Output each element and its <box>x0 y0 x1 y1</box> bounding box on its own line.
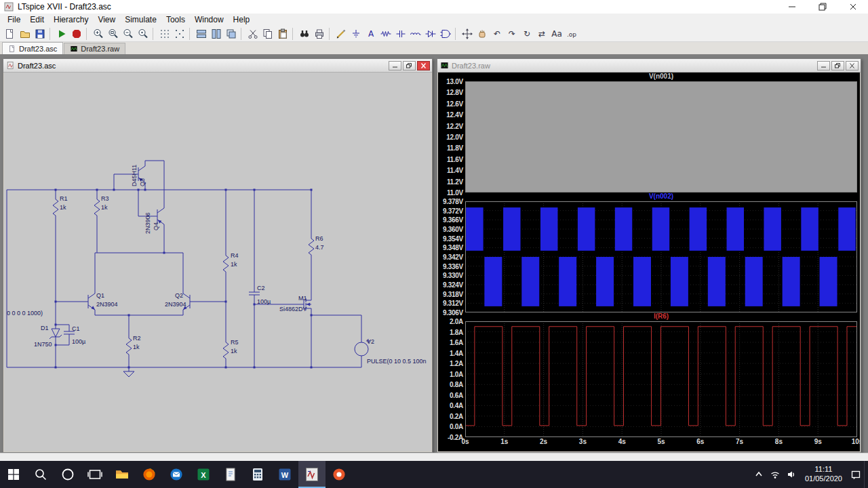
waveform-viewer[interactable]: V(n001)13.0V12.8V12.6V12.4V12.2V12.0V11.… <box>438 73 860 451</box>
taskbar-firefox[interactable] <box>136 461 163 488</box>
find[interactable] <box>297 26 312 41</box>
component-Q2-value[interactable]: 2N3904 <box>165 301 186 308</box>
new-schematic[interactable] <box>3 26 18 41</box>
waveform-window-titlebar[interactable]: Draft23.raw <box>437 59 861 73</box>
taskbar-calculator[interactable] <box>244 461 271 488</box>
tile-horizontal[interactable] <box>194 26 209 41</box>
action-center[interactable] <box>848 461 864 488</box>
component-V2-value[interactable]: PULSE(0 10 0.5 100n <box>367 358 427 365</box>
place-resistor[interactable] <box>378 26 393 41</box>
tray-volume[interactable] <box>783 461 800 488</box>
taskbar-mail[interactable] <box>163 461 190 488</box>
schematic-window-titlebar[interactable]: Draft23.asc <box>3 59 432 73</box>
open-file[interactable] <box>18 26 33 41</box>
component-R1-name[interactable]: R1 <box>60 195 68 202</box>
show-desktop-button[interactable] <box>864 461 868 488</box>
component-D1-name[interactable]: D1 <box>41 325 49 331</box>
place-label[interactable]: A <box>363 26 378 41</box>
component-C1-value[interactable]: 100µ <box>72 338 85 345</box>
tab-Draft23.raw[interactable]: Draft23.raw <box>64 43 125 54</box>
component-R5-value[interactable]: 1k <box>231 348 237 354</box>
move[interactable] <box>460 26 475 41</box>
taskbar-cortana[interactable] <box>54 461 81 488</box>
component-C2-value[interactable]: 100µ <box>257 298 271 305</box>
component-Q4-name[interactable]: Q4 <box>153 222 159 230</box>
close-button[interactable] <box>837 0 868 14</box>
restore-button[interactable] <box>807 0 837 14</box>
component-R6-value[interactable]: 4.7 <box>315 244 324 251</box>
component-R3-value[interactable]: 1k <box>101 204 108 211</box>
component-R2-name[interactable]: R2 <box>133 335 141 342</box>
component-M1-name[interactable]: M1 <box>298 295 307 302</box>
drag[interactable] <box>475 26 490 41</box>
menu-tools[interactable]: Tools <box>161 14 190 25</box>
run-simulation[interactable] <box>54 26 69 41</box>
paste[interactable] <box>275 26 290 41</box>
spice-directive[interactable]: .op <box>564 26 579 41</box>
menu-help[interactable]: Help <box>229 14 255 25</box>
menu-file[interactable]: File <box>3 14 25 25</box>
cascade-windows[interactable] <box>224 26 239 41</box>
taskbar-search[interactable] <box>27 461 54 488</box>
menu-simulate[interactable]: Simulate <box>120 14 161 25</box>
waveform-minimize-button[interactable] <box>817 61 830 70</box>
taskbar-task-view[interactable] <box>81 461 108 488</box>
component-Q3-name[interactable]: Q3 <box>139 178 146 186</box>
waveform-restore-button[interactable] <box>831 61 844 70</box>
tab-Draft23.asc[interactable]: Draft23.asc <box>2 42 63 54</box>
taskbar-start[interactable] <box>0 461 27 488</box>
zoom-area[interactable] <box>106 26 121 41</box>
place-inductor[interactable] <box>408 26 423 41</box>
schematic-editor[interactable]: R1 1k R3 1k D45H11 Q3 2N3906 Q4 R4 1k R6… <box>4 73 431 451</box>
zoom-out[interactable] <box>121 26 136 41</box>
component-R1-value[interactable]: 1k <box>60 204 66 211</box>
menu-edit[interactable]: Edit <box>25 14 49 25</box>
tile-vertical[interactable] <box>209 26 224 41</box>
undo[interactable]: ↶ <box>490 26 505 41</box>
place-capacitor[interactable] <box>393 26 408 41</box>
taskbar-clock[interactable]: 11:11 01/05/2020 <box>800 465 848 484</box>
component-D1-value[interactable]: 1N750 <box>34 341 52 348</box>
component-R3-name[interactable]: R3 <box>101 195 109 202</box>
minimize-button[interactable] <box>776 0 807 14</box>
place-ground[interactable] <box>349 26 363 41</box>
place-text[interactable]: Aa <box>549 26 564 41</box>
show-grid[interactable] <box>157 26 172 41</box>
menu-window[interactable]: Window <box>190 14 229 25</box>
schematic-canvas[interactable]: R1 1k R3 1k D45H11 Q3 2N3906 Q4 R4 1k R6… <box>5 73 431 449</box>
taskbar-notepad[interactable] <box>217 461 244 488</box>
component-Q1-name[interactable]: Q1 <box>96 292 104 299</box>
component-R5-name[interactable]: R5 <box>231 339 239 346</box>
mark-nodes[interactable] <box>172 26 187 41</box>
schematic-minimize-button[interactable] <box>389 61 401 70</box>
component-Q2-name[interactable]: Q2 <box>175 292 183 299</box>
component-Q4-value[interactable]: 2N3906 <box>144 212 151 234</box>
component-R6-name[interactable]: R6 <box>315 235 323 242</box>
waveform-close-button[interactable] <box>846 61 859 70</box>
trace-label-V(n001)[interactable]: V(n001) <box>465 73 857 80</box>
component-R4-name[interactable]: R4 <box>231 252 239 259</box>
taskbar-paint[interactable] <box>326 461 353 488</box>
cut[interactable] <box>245 26 260 41</box>
component-Q3-value[interactable]: D45H11 <box>131 165 138 186</box>
schematic-restore-button[interactable] <box>403 61 416 70</box>
zoom-full-extents[interactable] <box>136 26 151 41</box>
component-R4-value[interactable]: 1k <box>231 261 237 268</box>
menu-hierarchy[interactable]: Hierarchy <box>49 14 93 25</box>
copy[interactable] <box>260 26 275 41</box>
component-Q1-value[interactable]: 2N3904 <box>96 301 118 308</box>
plot-area-V(n001)[interactable] <box>465 81 857 192</box>
rotate[interactable]: ↻ <box>519 26 534 41</box>
taskbar-excel[interactable]: X <box>190 461 217 488</box>
print[interactable] <box>312 26 327 41</box>
taskbar-word[interactable]: W <box>271 461 298 488</box>
trace-label-V(n002)[interactable]: V(n002) <box>465 192 857 200</box>
halt-simulation[interactable] <box>69 26 84 41</box>
component-R2-value[interactable]: 1k <box>133 344 140 350</box>
plot-area-I(R6)[interactable] <box>465 321 857 437</box>
tray-network[interactable] <box>767 461 783 488</box>
spice-directive-text[interactable]: 0 0 0 0 1000) <box>7 310 43 317</box>
tray-tray-expand[interactable] <box>751 461 767 488</box>
place-component[interactable] <box>438 26 453 41</box>
plot-area-V(n002)[interactable] <box>465 201 857 312</box>
